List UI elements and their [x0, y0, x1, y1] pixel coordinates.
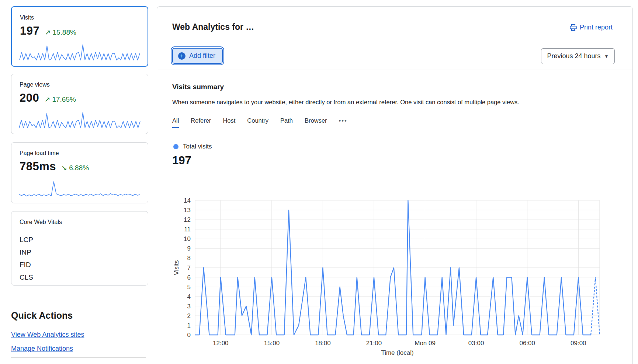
tab-country[interactable]: Country — [247, 117, 268, 128]
sparkline-svg — [19, 43, 140, 61]
x-tick-label: 18:00 — [315, 340, 331, 347]
card-title: Page views — [20, 81, 140, 88]
web-analytics-page: Visits 197 ↗ 15.88% Page views 200 ↗ 17.… — [0, 0, 638, 364]
core-web-vitals-card[interactable]: Core Web Vitals LCP INP FID CLS — [11, 211, 148, 286]
page-load-sparkline — [19, 180, 141, 198]
add-filter-button[interactable]: + Add filter — [172, 48, 223, 64]
card-title: Page load time — [20, 150, 140, 157]
divider — [11, 357, 146, 358]
page-views-trend: ↗ 17.65% — [44, 95, 76, 104]
trend-down-icon: ↘ — [61, 164, 67, 172]
x-tick-label: Mon 09 — [415, 340, 436, 347]
legend-dot-icon — [173, 144, 178, 149]
x-tick-label: 03:00 — [468, 340, 484, 347]
visits-summary-heading: Visits summary — [172, 83, 224, 91]
page-views-sparkline — [19, 111, 141, 129]
divider — [157, 70, 632, 70]
page-load-time-metric-card[interactable]: Page load time 785ms ↘ 6.88% — [11, 142, 148, 203]
x-tick-label: 12:00 — [213, 340, 229, 347]
cwv-row-lcp: LCP — [20, 234, 140, 246]
page-views-value: 200 — [20, 91, 39, 105]
y-tick-label: 12 — [184, 216, 191, 223]
x-tick-label: 09:00 — [571, 340, 586, 347]
time-range-dropdown[interactable]: Previous 24 hours ▼ — [541, 48, 615, 64]
core-web-vitals-rows: LCP INP FID CLS — [20, 234, 140, 284]
cwv-row-cls: CLS — [20, 271, 140, 284]
tab-path[interactable]: Path — [280, 117, 293, 128]
cwv-row-fid: FID — [20, 259, 140, 271]
visits-sparkline — [19, 43, 140, 61]
y-tick-label: 0 — [187, 332, 191, 339]
chevron-down-icon: ▼ — [604, 54, 609, 59]
tab-host[interactable]: Host — [223, 117, 235, 128]
y-tick-label: 10 — [184, 235, 191, 242]
trend-up-icon: ↗ — [44, 95, 50, 103]
page-load-trend: ↘ 6.88% — [61, 164, 89, 172]
y-tick-label: 13 — [184, 207, 191, 214]
tab-all[interactable]: All — [172, 117, 179, 128]
trend-up-icon: ↗ — [45, 28, 51, 36]
visits-value: 197 — [20, 24, 39, 38]
y-tick-label: 3 — [187, 303, 191, 310]
y-tick-label: 2 — [187, 312, 191, 319]
y-tick-label: 1 — [187, 322, 191, 329]
sparkline-svg — [19, 111, 141, 129]
x-tick-label: 06:00 — [519, 340, 535, 347]
card-title: Visits — [20, 14, 139, 21]
visits-metric-card[interactable]: Visits 197 ↗ 15.88% — [11, 6, 148, 67]
y-tick-label: 11 — [184, 226, 191, 233]
x-tick-label: 21:00 — [366, 340, 382, 347]
card-title: Core Web Vitals — [20, 219, 140, 225]
more-tabs-button[interactable]: ••• — [339, 117, 347, 128]
y-tick-label: 7 — [187, 265, 191, 272]
visits-chart-svg: 0123456789101112131412:0015:0018:0021:00… — [157, 174, 633, 362]
y-tick-label: 4 — [187, 293, 191, 300]
visits-chart: 0123456789101112131412:0015:0018:0021:00… — [157, 174, 633, 362]
sparkline-svg — [19, 180, 141, 198]
quick-actions-heading: Quick Actions — [11, 310, 73, 321]
visits-trend: ↗ 15.88% — [45, 28, 76, 36]
page-views-metric-card[interactable]: Page views 200 ↗ 17.65% — [11, 74, 148, 134]
y-tick-label: 8 — [187, 255, 191, 262]
chart-legend: Total visits — [173, 143, 212, 150]
visits-summary-description: When someone navigates to your website, … — [172, 99, 596, 106]
y-tick-label: 9 — [187, 245, 191, 252]
y-tick-label: 14 — [184, 197, 191, 204]
cwv-row-inp: INP — [20, 246, 140, 259]
tab-browser[interactable]: Browser — [305, 117, 327, 128]
print-report-button[interactable]: Print report — [570, 24, 613, 31]
page-title: Web Analytics for … — [172, 22, 254, 32]
manage-notifications-link[interactable]: Manage Notifications — [11, 345, 73, 353]
page-load-value: 785ms — [20, 160, 56, 173]
x-axis-title: Time (local) — [381, 349, 413, 356]
y-tick-label: 5 — [187, 284, 191, 291]
total-visits-value: 197 — [172, 154, 191, 167]
view-web-analytics-sites-link[interactable]: View Web Analytics sites — [11, 331, 84, 339]
main-panel: Web Analytics for … Print report + Add f… — [157, 6, 633, 364]
plus-icon: + — [178, 52, 185, 60]
legend-label: Total visits — [183, 143, 212, 150]
tab-referer[interactable]: Referer — [191, 117, 211, 128]
y-axis-title: Visits — [173, 260, 180, 275]
x-tick-label: 15:00 — [264, 340, 280, 347]
y-tick-label: 6 — [187, 274, 191, 281]
summary-tabs: All Referer Host Country Path Browser ••… — [172, 117, 347, 128]
printer-icon — [570, 24, 577, 31]
